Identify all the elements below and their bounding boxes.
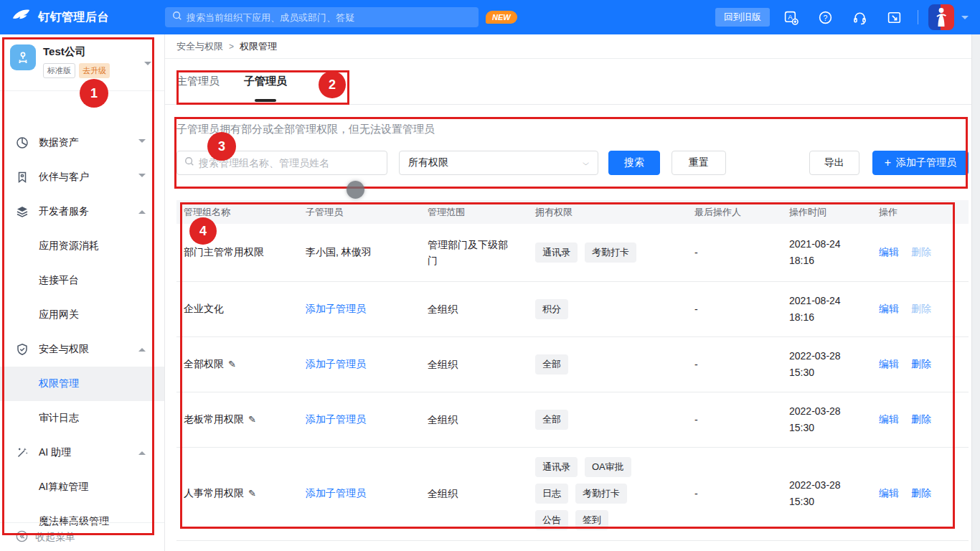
operation-time: 2022-03-2815:30 <box>782 392 872 447</box>
column-header: 最后操作人 <box>687 200 782 224</box>
delete-action[interactable]: 删除 <box>911 487 931 499</box>
reset-button[interactable]: 重置 <box>672 151 726 175</box>
tab-bar: 主管理员 子管理员 <box>165 59 980 105</box>
sidebar-item-label: 应用资源消耗 <box>39 240 99 253</box>
chevron-up-icon <box>138 344 146 352</box>
edit-action[interactable]: 编辑 <box>879 487 899 499</box>
delete-action[interactable]: 删除 <box>911 358 931 369</box>
operation-time: 2022-03-2815:30 <box>782 447 872 540</box>
edit-action[interactable]: 编辑 <box>879 358 899 369</box>
admin-group-search-input[interactable] <box>199 157 380 169</box>
svg-text:?: ? <box>823 13 827 22</box>
collapse-label: 收起菜单 <box>35 531 75 544</box>
new-badge: NEW <box>486 11 517 24</box>
manage-scope: 管理部门及下级部门 <box>428 237 514 268</box>
sidebar-item-label: 审计日志 <box>39 412 79 425</box>
admin-group-name: 部门主管常用权限 <box>176 224 298 281</box>
operation-time: 2021-08-2418:16 <box>782 224 872 281</box>
back-to-old-version-button[interactable]: 回到旧版 <box>715 8 770 27</box>
add-sub-admin-link[interactable]: 添加子管理员 <box>306 487 366 499</box>
edit-action[interactable]: 编辑 <box>879 246 899 258</box>
last-operator: - <box>687 224 782 281</box>
sidebar-item-AI算粒管理[interactable]: AI算粒管理 <box>0 470 164 504</box>
breadcrumb: 安全与权限 > 权限管理 <box>165 34 980 59</box>
edit-name-pencil-icon[interactable]: ✎ <box>248 414 256 425</box>
breadcrumb-parent[interactable]: 安全与权限 <box>176 40 223 53</box>
permission-tag: 全部 <box>535 410 568 430</box>
add-sub-admin-link[interactable]: 添加子管理员 <box>306 413 366 425</box>
edit-name-pencil-icon[interactable]: ✎ <box>228 359 236 369</box>
screen-share-icon[interactable] <box>880 6 908 29</box>
global-search[interactable] <box>165 7 479 27</box>
chevron-down-icon[interactable] <box>144 62 151 69</box>
sidebar-item-伙伴与客户[interactable]: 伙伴与客户 <box>0 160 164 194</box>
last-operator: - <box>687 392 782 447</box>
sidebar-item-安全与权限[interactable]: 安全与权限 <box>0 332 164 367</box>
manage-scope: 全组织 <box>428 412 458 428</box>
admin-group-name: 老板常用权限✎ <box>176 392 298 447</box>
sub-admin-names: 李小国, 林傲羽 <box>306 246 372 258</box>
edit-action[interactable]: 编辑 <box>879 303 899 314</box>
headset-icon[interactable] <box>846 6 873 29</box>
sidebar-item-label: 连接平台 <box>39 274 79 287</box>
export-button[interactable]: 导出 <box>809 151 859 175</box>
sidebar-item-应用资源消耗[interactable]: 应用资源消耗 <box>0 229 164 263</box>
collapse-icon <box>16 530 28 545</box>
permission-filter-select[interactable]: 所有权限 ⌵ <box>399 151 598 175</box>
delete-action[interactable]: 删除 <box>911 246 931 258</box>
sidebar-item-label: 应用网关 <box>39 309 79 321</box>
sidebar-item-权限管理[interactable]: 权限管理 <box>0 367 164 401</box>
sidebar-menu: 数据资产伙伴与客户开发者服务应用资源消耗连接平台应用网关安全与权限权限管理审计日… <box>0 126 164 539</box>
admin-group-search[interactable] <box>176 151 387 175</box>
permission-tag: 公告 <box>535 510 568 530</box>
sidebar-item-开发者服务[interactable]: 开发者服务 <box>0 194 164 229</box>
permission-tag: 考勤打卡 <box>575 484 627 504</box>
sidebar-item-label: 开发者服务 <box>39 205 89 218</box>
add-sub-admin-link[interactable]: 添加子管理员 <box>306 303 366 314</box>
column-header: 操作时间 <box>782 200 872 224</box>
sidebar-item-label: AI 助理 <box>39 446 71 459</box>
last-operator: - <box>687 336 782 392</box>
translate-icon[interactable]: A <box>777 6 804 29</box>
edition-badge: 标准版 <box>43 63 75 78</box>
edit-action[interactable]: 编辑 <box>879 413 899 425</box>
company-switcher[interactable]: Test公司 标准版 去升级 <box>0 34 164 91</box>
sidebar-item-连接平台[interactable]: 连接平台 <box>0 263 164 298</box>
chevron-down-icon[interactable] <box>961 16 969 23</box>
sidebar-item-label: 数据资产 <box>39 136 79 149</box>
app-logo[interactable]: 钉钉管理后台 <box>11 8 165 27</box>
user-avatar[interactable] <box>928 4 954 30</box>
admin-group-name: 企业文化 <box>176 281 298 336</box>
sidebar-item-数据资产[interactable]: 数据资产 <box>0 126 164 160</box>
column-header: 管理组名称 <box>176 200 298 224</box>
manage-scope: 全组织 <box>428 357 458 372</box>
column-header: 管理范围 <box>420 200 528 224</box>
page-scrollbar[interactable] <box>971 34 980 551</box>
breadcrumb-current: 权限管理 <box>240 40 277 53</box>
sidebar-item-审计日志[interactable]: 审计日志 <box>0 401 164 435</box>
chevron-down-icon: ⌵ <box>583 159 589 166</box>
main-content: 安全与权限 > 权限管理 主管理员 子管理员 子管理员拥有部分或全部管理权限，但… <box>165 34 980 551</box>
sidebar-item-AI 助理[interactable]: AI 助理 <box>0 435 164 470</box>
sub-admin-description: 子管理员拥有部分或全部管理权限，但无法设置管理员 <box>176 123 969 136</box>
upgrade-badge[interactable]: 去升级 <box>79 63 110 78</box>
permission-tag: 积分 <box>535 299 568 319</box>
breadcrumb-separator: > <box>229 42 234 52</box>
tab-sub-admin[interactable]: 子管理员 <box>244 59 287 104</box>
table-row: 部门主管常用权限李小国, 林傲羽管理部门及下级部门通讯录考勤打卡-2021-08… <box>176 224 969 281</box>
tab-main-admin[interactable]: 主管理员 <box>176 59 220 104</box>
delete-action[interactable]: 删除 <box>911 413 931 425</box>
add-sub-admin-link[interactable]: 添加子管理员 <box>306 358 366 369</box>
company-avatar <box>10 44 36 70</box>
search-button[interactable]: 搜索 <box>608 151 660 175</box>
table-header-row: 管理组名称子管理员管理范围拥有权限最后操作人操作时间操作 <box>176 200 969 224</box>
add-sub-admin-button[interactable]: + 添加子管理员 <box>872 151 969 175</box>
sidebar: Test公司 标准版 去升级 数据资产伙伴与客户开发者服务应用资源消耗连接平台应… <box>0 34 165 551</box>
column-header: 拥有权限 <box>528 200 687 224</box>
sidebar-item-应用网关[interactable]: 应用网关 <box>0 298 164 332</box>
edit-name-pencil-icon[interactable]: ✎ <box>248 488 256 499</box>
collapse-menu-button[interactable]: 收起菜单 <box>0 522 164 551</box>
global-search-input[interactable] <box>187 12 471 23</box>
delete-action[interactable]: 删除 <box>911 303 931 314</box>
help-icon[interactable]: ? <box>811 6 839 29</box>
